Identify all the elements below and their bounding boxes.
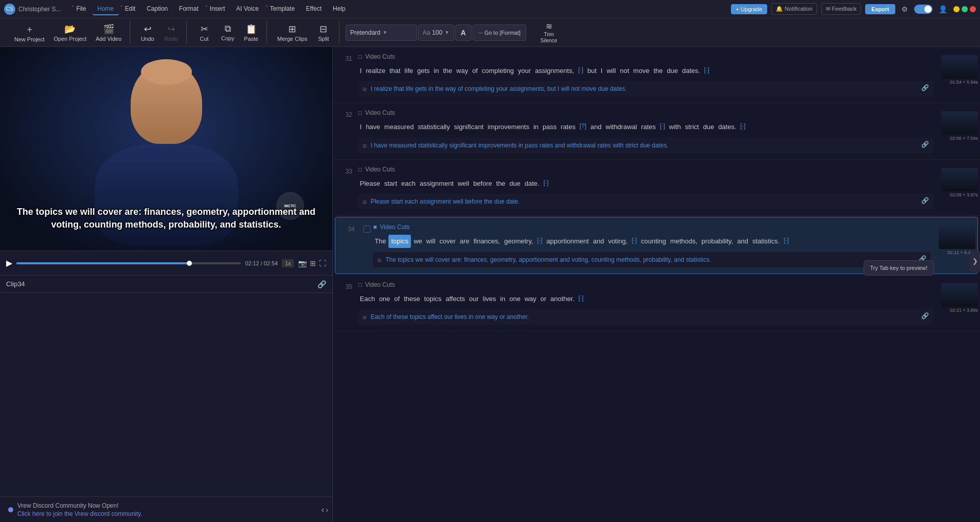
row-header-32: □ Video Cuts [358,109,933,116]
menu-caption[interactable]: Caption [141,3,173,15]
row-content-34: ■ Video Cuts The topics we will cover ar… [373,223,937,267]
row-num-33: 33 [333,166,358,209]
menu-format[interactable]: Format [174,3,204,15]
undo-button[interactable]: ↩ Undo [136,21,159,44]
fullscreen-icon-btn[interactable]: ⛶ [319,259,326,267]
font-selector[interactable]: Pretendard ▼ [346,24,417,41]
row-num-35: 35 [333,281,358,325]
caption-link-32[interactable]: 🔗 [921,141,929,148]
grid-icon-btn[interactable]: ⊞ [310,259,316,267]
panel-toggle[interactable]: ❯ [970,251,980,271]
video-ctrl-icons: 📷 ⊞ ⛶ [298,259,326,267]
video-cuts-label-34: Video Cuts [380,223,409,231]
video-cuts-label-33: Video Cuts [365,166,395,173]
play-button[interactable]: ▶ [6,258,12,268]
caption-row-32: ≡ I have measured statistically signific… [358,138,933,153]
main-layout: MCTC The topics we will cover are: finan… [0,47,980,522]
caption-row-35: ≡ Each of these topics affect our lives … [358,309,933,325]
row-header-33: □ Video Cuts [358,166,933,173]
menu-effect[interactable]: Effect [301,3,327,15]
window-controls [953,6,976,12]
video-cuts-icon-32: □ [358,109,362,116]
toolbar: ＋ New Project 📂 Open Project 🎬 Add Video… [0,18,980,47]
menu-template[interactable]: Template [265,3,300,15]
goto-format-button[interactable]: ··· Go to [Format] [473,24,526,41]
row-header-34: ■ Video Cuts [373,223,930,231]
split-icon: ⊟ [320,23,327,35]
user-icon[interactable]: 👤 [937,4,949,14]
caption-link-35[interactable]: 🔗 [921,312,929,319]
copy-icon: ⧉ [225,23,231,34]
subtitle-overlay: The topics we will cover are: finances, … [0,202,332,235]
window-maximize[interactable] [962,6,968,12]
redo-button[interactable]: ↪ Redo [160,21,182,44]
checkbox-34[interactable] [363,226,371,233]
menu-bar: File Home Edit Caption Format Insert AI … [71,3,350,15]
notification-button[interactable]: 🔔 Notification [771,3,817,15]
clip-link-icon[interactable]: 🔗 [317,280,326,288]
font-color-button[interactable]: A [455,24,472,41]
video-area[interactable]: MCTC The topics we will cover are: finan… [0,47,332,251]
menu-help[interactable]: Help [328,3,351,15]
menu-aivoice[interactable]: AI Voice [231,3,264,15]
menu-edit[interactable]: Edit [120,3,141,15]
new-project-button[interactable]: ＋ New Project [10,21,48,44]
merge-clips-icon: ⊞ [288,23,296,35]
add-video-button[interactable]: 🎬 Add Video [92,21,126,44]
caption-icon-34: ≡ [377,255,381,264]
avatar: CS [4,4,15,15]
split-button[interactable]: ⊟ Split [312,21,335,44]
font-color-icon: A [461,29,466,37]
discord-subtitle[interactable]: Click here to join the Vrew discord comm… [17,510,142,517]
open-project-button[interactable]: 📂 Open Project [50,21,90,44]
thumb-time-35: 02:21 + 3.89s [941,308,978,313]
upgrade-button[interactable]: + Upgrade [731,4,768,14]
subtitle-text: The topics we will cover are: finances, … [15,206,317,231]
discord-collapse-button[interactable]: › [326,506,328,514]
row-thumbnail-32: 02:00 + 7.54s [939,109,980,153]
tooltip-box: Try Tab key to preview! [864,260,935,276]
transcript-panel[interactable]: 31 □ Video Cuts I realize that life gets… [333,47,980,522]
undo-icon: ↩ [144,23,152,35]
row-thumbnail-33: 02:09 + 3.87s [939,166,980,209]
progress-bar[interactable] [16,262,241,264]
cut-button[interactable]: ✂ Cut [193,21,215,44]
open-project-icon: 📂 [64,23,76,35]
highlighted-word-topics[interactable]: topics [388,235,411,247]
settings-icon[interactable]: ⚙ [899,4,910,14]
font-tools: Pretendard ▼ Aa 100 ▼ A ··· Go to [Forma… [341,24,530,41]
thumb-img-33 [941,168,978,191]
camera-icon-btn[interactable]: 📷 [298,259,307,267]
menu-home[interactable]: Home [92,3,119,15]
merge-clips-button[interactable]: ⊞ Merge Clips [273,21,311,44]
export-button[interactable]: Export [865,4,895,14]
paste-icon: 📋 [246,23,257,35]
caption-icon-31: ≡ [362,84,366,93]
caption-link-31[interactable]: 🔗 [921,84,929,91]
paste-button[interactable]: 📋 Paste [240,21,262,44]
trim-silence-button[interactable]: ≋ Trim Silence [536,19,561,45]
thumb-time-33: 02:09 + 3.87s [941,192,978,197]
copy-button[interactable]: ⧉ Copy [216,21,239,43]
speed-button[interactable]: 1x [282,259,294,267]
thumb-img-35 [941,283,978,307]
font-size-selector[interactable]: Aa 100 ▼ [418,24,454,41]
row-header-35: □ Video Cuts [358,281,933,288]
window-minimize[interactable] [953,6,960,12]
cut-icon: ✂ [201,23,208,35]
theme-toggle[interactable] [914,5,933,14]
transcript-row-32: 32 □ Video Cuts I have measured statisti… [333,103,980,159]
menu-file[interactable]: File [71,3,91,15]
panel-toggle-icon: ❯ [972,257,978,265]
edit-tools: ✂ Cut ⧉ Copy 📋 Paste [189,21,267,44]
history-tools: ↩ Undo ↪ Redo [132,21,187,44]
discord-dot [8,507,13,512]
window-close[interactable] [970,6,976,12]
transcript-row-33: 33 □ Video Cuts Please start each assign… [333,160,980,216]
row-num-31: 31 [333,53,358,96]
discord-back-button[interactable]: ‹ [322,505,324,514]
feedback-button[interactable]: ✉ Feedback [821,3,861,15]
menu-insert[interactable]: Insert [205,3,230,15]
caption-row-33: ≡ Please start each assignment well befo… [358,194,933,209]
caption-link-33[interactable]: 🔗 [921,197,929,204]
